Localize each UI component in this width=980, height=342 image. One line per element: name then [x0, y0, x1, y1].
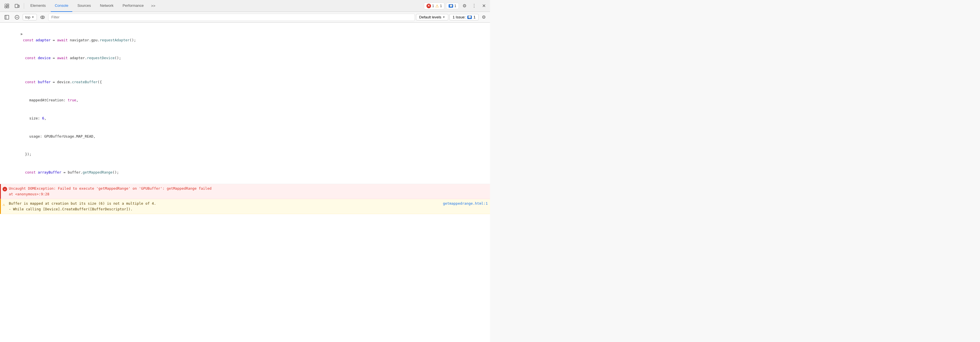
default-levels-label: Default levels	[419, 15, 441, 19]
second-toolbar: top ▼ Default levels ▼ 1 Issue: 💬 1 ⚙	[0, 12, 490, 23]
more-options-button[interactable]: ⋮	[470, 2, 478, 10]
code-line-3: const buffer = device.createBuffer({	[8, 73, 488, 91]
default-levels-chevron: ▼	[442, 16, 445, 19]
code-line-blank	[8, 67, 488, 73]
filter-input[interactable]	[48, 14, 415, 21]
settings-button[interactable]: ⚙	[460, 2, 468, 10]
svg-rect-1	[7, 4, 9, 6]
eye-button[interactable]	[38, 13, 47, 21]
error-icon: ✕	[426, 4, 431, 8]
svg-point-11	[42, 16, 43, 18]
issues-label: 1 Issue:	[453, 15, 466, 19]
clear-console-button[interactable]	[13, 13, 22, 21]
code-line-5: size: 6,	[8, 109, 488, 127]
issues-message-icon: 💬	[467, 16, 472, 19]
context-chevron: ▼	[32, 16, 34, 19]
inspect-element-button[interactable]	[2, 2, 11, 10]
warning-count: 1	[440, 4, 442, 8]
device-toggle-button[interactable]	[13, 2, 22, 10]
code-line-7: });	[8, 145, 488, 163]
message-icon: 💬	[449, 4, 453, 8]
error-badge[interactable]: ✕ 1 ⚠ 1	[424, 3, 444, 10]
tab-elements[interactable]: Elements	[26, 0, 49, 12]
svg-rect-4	[15, 4, 18, 8]
context-selector[interactable]: top ▼	[23, 14, 37, 21]
default-levels-button[interactable]: Default levels ▼	[416, 14, 448, 21]
expand-arrow[interactable]: ▶	[21, 32, 23, 36]
code-line-1: ▶ const adapter = await navigator.gpu.re…	[8, 25, 488, 49]
issues-button[interactable]: 1 Issue: 💬 1	[449, 14, 479, 21]
top-toolbar: Elements Console Sources Network Perform…	[0, 0, 490, 12]
close-button[interactable]: ✕	[480, 2, 488, 10]
tab-performance[interactable]: Performance	[119, 0, 148, 12]
error-count: 1	[432, 4, 434, 8]
code-line-8: const arrayBuffer = buffer.getMappedRang…	[8, 163, 488, 182]
issues-count: 1	[474, 15, 476, 19]
warning-icon: ⚠	[435, 4, 439, 8]
code-line-4: mappedAtCreation: true,	[8, 91, 488, 109]
code-line-6: usage: GPUBufferUsage.MAP_READ,	[8, 127, 488, 145]
code-block: ▶ const adapter = await navigator.gpu.re…	[0, 23, 490, 184]
code-line-2: const device = await adapter.requestDevi…	[8, 49, 488, 67]
svg-rect-3	[7, 6, 9, 8]
console-settings-button[interactable]: ⚙	[480, 13, 488, 21]
error-message: Uncaught DOMException: Failed to execute…	[9, 186, 488, 197]
warning-message: Buffer is mapped at creation but its siz…	[9, 201, 488, 212]
warning-entry: ⚠ Buffer is mapped at creation but its s…	[0, 199, 490, 214]
context-value: top	[25, 15, 30, 19]
tab-sources[interactable]: Sources	[73, 0, 95, 12]
svg-point-10	[41, 16, 45, 19]
svg-rect-5	[18, 5, 19, 7]
sidebar-toggle-button[interactable]	[2, 13, 11, 21]
badge-group: ✕ 1 ⚠ 1 💬 1 ⚙ ⋮ ✕	[424, 2, 488, 10]
svg-rect-0	[5, 4, 6, 6]
svg-rect-2	[5, 6, 6, 8]
warning-link[interactable]: getmappedrange.html:1	[443, 201, 488, 206]
message-badge[interactable]: 💬 1	[446, 3, 459, 9]
tab-console[interactable]: Console	[51, 0, 72, 12]
more-tabs-button[interactable]: >>	[149, 2, 158, 10]
error-entry: ✕ Uncaught DOMException: Failed to execu…	[0, 184, 490, 199]
error-circle-icon: ✕	[3, 186, 7, 192]
svg-rect-6	[5, 15, 9, 19]
message-count: 1	[454, 4, 456, 8]
tab-network[interactable]: Network	[96, 0, 118, 12]
warning-triangle-icon: ⚠	[3, 201, 5, 207]
error-location: at <anonymous>:9:28	[9, 192, 49, 196]
console-area: ▶ const adapter = await navigator.gpu.re…	[0, 23, 490, 342]
